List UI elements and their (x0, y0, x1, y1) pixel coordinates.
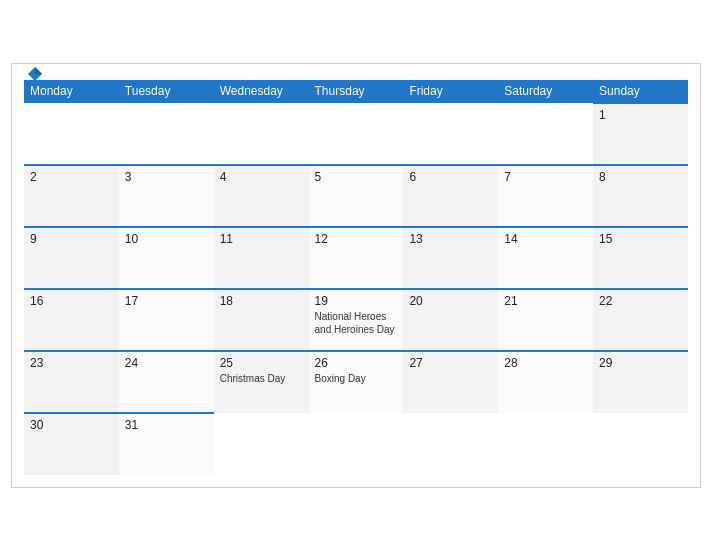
calendar-cell: 11 (214, 227, 309, 289)
day-number: 28 (504, 356, 587, 370)
weekday-header-thursday: Thursday (309, 80, 404, 103)
day-number: 2 (30, 170, 113, 184)
calendar-cell: 16 (24, 289, 119, 351)
day-number: 18 (220, 294, 303, 308)
day-number: 21 (504, 294, 587, 308)
day-number: 15 (599, 232, 682, 246)
calendar-cell: 7 (498, 165, 593, 227)
day-number: 19 (315, 294, 398, 308)
day-number: 4 (220, 170, 303, 184)
event-label: Christmas Day (220, 372, 303, 385)
day-number: 31 (125, 418, 208, 432)
day-number: 5 (315, 170, 398, 184)
calendar-cell (24, 103, 119, 165)
calendar-cell: 27 (403, 351, 498, 413)
calendar-cell: 23 (24, 351, 119, 413)
calendar-cell: 2 (24, 165, 119, 227)
calendar-week-row: 3031 (24, 413, 688, 475)
calendar-cell: 26Boxing Day (309, 351, 404, 413)
calendar-week-row: 16171819National Heroes and Heroines Day… (24, 289, 688, 351)
calendar-body: 12345678910111213141516171819National He… (24, 103, 688, 475)
day-number: 1 (599, 108, 682, 122)
calendar-cell (214, 413, 309, 475)
calendar-week-row: 232425Christmas Day26Boxing Day272829 (24, 351, 688, 413)
calendar-header-row: MondayTuesdayWednesdayThursdayFridaySatu… (24, 80, 688, 103)
day-number: 26 (315, 356, 398, 370)
day-number: 3 (125, 170, 208, 184)
day-number: 30 (30, 418, 113, 432)
calendar-cell (309, 103, 404, 165)
calendar-cell: 5 (309, 165, 404, 227)
calendar-cell: 20 (403, 289, 498, 351)
calendar-cell (498, 413, 593, 475)
calendar-week-row: 9101112131415 (24, 227, 688, 289)
calendar-cell: 12 (309, 227, 404, 289)
calendar-cell: 8 (593, 165, 688, 227)
calendar-cell: 13 (403, 227, 498, 289)
day-number: 25 (220, 356, 303, 370)
day-number: 10 (125, 232, 208, 246)
calendar-cell: 14 (498, 227, 593, 289)
logo (24, 65, 44, 83)
weekday-header-friday: Friday (403, 80, 498, 103)
day-number: 17 (125, 294, 208, 308)
day-number: 8 (599, 170, 682, 184)
day-number: 23 (30, 356, 113, 370)
day-number: 22 (599, 294, 682, 308)
calendar-cell: 25Christmas Day (214, 351, 309, 413)
weekday-header-saturday: Saturday (498, 80, 593, 103)
calendar-cell: 18 (214, 289, 309, 351)
calendar-cell: 10 (119, 227, 214, 289)
calendar-cell: 24 (119, 351, 214, 413)
calendar-cell (309, 413, 404, 475)
calendar-cell: 9 (24, 227, 119, 289)
calendar-container: MondayTuesdayWednesdayThursdayFridaySatu… (11, 63, 701, 488)
weekday-header-monday: Monday (24, 80, 119, 103)
calendar-cell: 3 (119, 165, 214, 227)
calendar-cell (214, 103, 309, 165)
calendar-cell: 6 (403, 165, 498, 227)
calendar-cell (593, 413, 688, 475)
calendar-cell: 22 (593, 289, 688, 351)
calendar-cell (403, 103, 498, 165)
calendar-cell: 4 (214, 165, 309, 227)
event-label: National Heroes and Heroines Day (315, 310, 398, 336)
day-number: 11 (220, 232, 303, 246)
calendar-cell (119, 103, 214, 165)
day-number: 12 (315, 232, 398, 246)
calendar-week-row: 2345678 (24, 165, 688, 227)
calendar-cell: 30 (24, 413, 119, 475)
calendar-cell: 15 (593, 227, 688, 289)
day-number: 27 (409, 356, 492, 370)
day-number: 9 (30, 232, 113, 246)
day-number: 20 (409, 294, 492, 308)
day-number: 13 (409, 232, 492, 246)
calendar-cell: 1 (593, 103, 688, 165)
day-number: 24 (125, 356, 208, 370)
event-label: Boxing Day (315, 372, 398, 385)
calendar-cell: 29 (593, 351, 688, 413)
day-number: 7 (504, 170, 587, 184)
calendar-cell: 19National Heroes and Heroines Day (309, 289, 404, 351)
day-number: 29 (599, 356, 682, 370)
calendar-cell: 31 (119, 413, 214, 475)
weekday-header-wednesday: Wednesday (214, 80, 309, 103)
day-number: 16 (30, 294, 113, 308)
weekday-header-tuesday: Tuesday (119, 80, 214, 103)
weekday-header-sunday: Sunday (593, 80, 688, 103)
calendar-cell: 17 (119, 289, 214, 351)
calendar-week-row: 1 (24, 103, 688, 165)
weekday-header-row: MondayTuesdayWednesdayThursdayFridaySatu… (24, 80, 688, 103)
logo-icon (26, 65, 44, 83)
calendar-cell (498, 103, 593, 165)
calendar-cell: 21 (498, 289, 593, 351)
day-number: 14 (504, 232, 587, 246)
calendar-cell: 28 (498, 351, 593, 413)
day-number: 6 (409, 170, 492, 184)
calendar-cell (403, 413, 498, 475)
svg-marker-1 (35, 67, 42, 74)
calendar-table: MondayTuesdayWednesdayThursdayFridaySatu… (24, 80, 688, 475)
